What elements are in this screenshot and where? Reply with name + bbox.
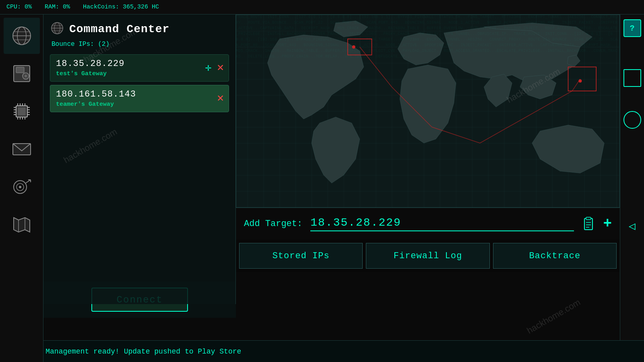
svg-marker-34	[14, 218, 30, 232]
sidebar-mail[interactable]	[4, 131, 40, 167]
svg-rect-49	[586, 217, 591, 220]
ram-status: RAM: 0%	[45, 4, 70, 10]
ip-label-1: test's Gateway	[56, 70, 223, 77]
world-map	[236, 14, 620, 208]
svg-rect-6	[16, 67, 24, 73]
backtrace-button[interactable]: Backtrace	[493, 243, 617, 269]
target-area: Add Target: 18.35.28.229 +	[236, 208, 620, 240]
sidebar-target[interactable]	[4, 169, 40, 205]
ip-actions-1: ✛ ✕	[205, 62, 224, 74]
remove-ip-2[interactable]: ✕	[217, 93, 224, 104]
circle-button[interactable]	[623, 111, 641, 129]
svg-point-8	[25, 75, 27, 77]
svg-point-30	[19, 186, 21, 188]
ip-actions-2: ✕	[217, 93, 224, 104]
cpu-status: CPU: 0%	[6, 4, 32, 10]
status-message-bar: test : IP Management ready! Update pushe…	[0, 340, 644, 362]
sidebar-globe[interactable]	[4, 18, 40, 54]
right-panel: ? ◁	[620, 14, 644, 362]
firewall-log-button[interactable]: Firewall Log	[366, 243, 489, 269]
command-center-icon	[50, 21, 64, 37]
ip-label-2: teamer's Gateway	[56, 101, 223, 108]
ip-address-1: 18.35.28.229	[56, 59, 223, 69]
add-target-button[interactable]: +	[603, 216, 612, 232]
ip-entry-1[interactable]: 18.35.28.229 test's Gateway ✛ ✕	[50, 54, 229, 82]
svg-point-47	[578, 79, 582, 82]
command-center-title: Command Center	[69, 23, 169, 35]
help-button[interactable]: ?	[623, 19, 641, 37]
ip-entry-2[interactable]: 180.161.58.143 teamer's Gateway ✕	[50, 85, 229, 112]
sidebar	[0, 14, 43, 362]
hackcoins-status: HackCoins: 365,326 HC	[83, 4, 159, 10]
status-bar: CPU: 0% RAM: 0% HackCoins: 365,326 HC	[0, 0, 644, 14]
sidebar-map[interactable]	[4, 207, 40, 243]
bounce-ips-label: Bounce IPs: (2)	[50, 41, 229, 48]
sidebar-cpu[interactable]	[4, 93, 40, 130]
target-input-container[interactable]: 18.35.28.229	[310, 216, 574, 231]
sidebar-disk[interactable]	[4, 56, 40, 92]
compass-button-1[interactable]: ✛	[205, 63, 211, 73]
remove-ip-1[interactable]: ✕	[217, 62, 224, 74]
svg-line-31	[26, 180, 31, 183]
svg-rect-48	[584, 218, 592, 230]
status-message-text: : IP Management ready! Update pushed to …	[24, 348, 241, 356]
command-center-header: Command Center	[50, 21, 229, 37]
command-center-panel: Command Center Bounce IPs: (2) 18.35.28.…	[43, 14, 236, 304]
back-button[interactable]: ◁	[623, 217, 641, 235]
stored-ips-button[interactable]: Stored IPs	[239, 243, 363, 269]
svg-point-46	[352, 45, 355, 49]
add-target-label: Add Target:	[244, 219, 302, 229]
clipboard-button[interactable]	[582, 217, 595, 231]
square-button[interactable]	[623, 69, 641, 87]
watermark-4: hackhome.com	[525, 297, 582, 336]
ip-address-2: 180.161.58.143	[56, 89, 223, 99]
bottom-buttons: Stored IPs Firewall Log Backtrace	[236, 240, 620, 272]
svg-rect-10	[18, 107, 26, 115]
target-ip-value: 18.35.28.229	[310, 216, 401, 229]
